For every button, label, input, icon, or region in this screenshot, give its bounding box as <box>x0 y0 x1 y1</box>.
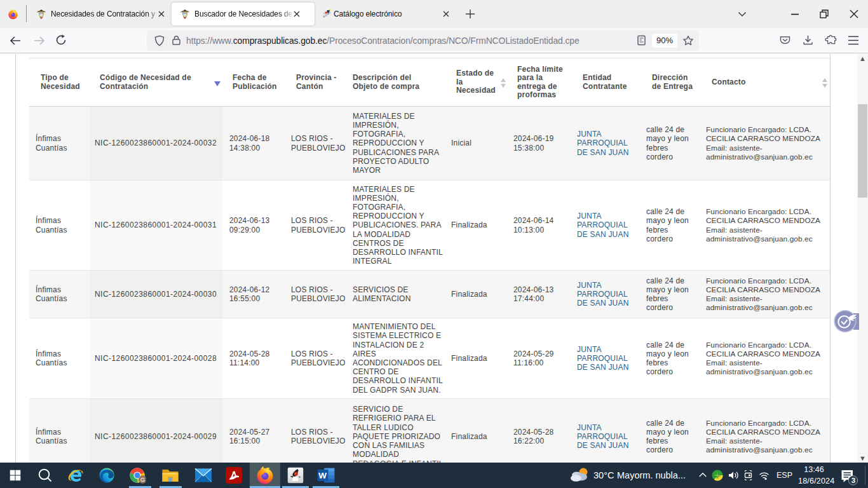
svg-text:W: W <box>318 471 327 480</box>
svg-text:G: G <box>140 477 145 483</box>
svg-text:3: 3 <box>851 477 855 484</box>
